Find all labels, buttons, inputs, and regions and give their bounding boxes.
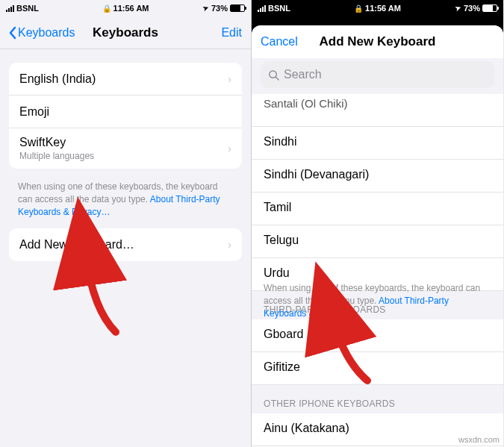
- content: English (India) › Emoji SwiftKey Multipl…: [0, 49, 251, 447]
- other-header: OTHER IPHONE KEYBOARDS: [252, 385, 503, 413]
- list-item[interactable]: Sindhi: [252, 127, 503, 160]
- row-label: Add New Keyboard…: [19, 238, 134, 251]
- list-item[interactable]: Sindhi (Devanagari): [252, 160, 503, 193]
- keyboard-list-scroll[interactable]: Santali (Ol Chiki) Sindhi Sindhi (Devana…: [252, 94, 503, 447]
- status-right: ➤ 73%: [165, 4, 245, 13]
- battery-pct: 73%: [211, 4, 228, 13]
- privacy-footer: When using one of these keyboards, the k…: [0, 175, 251, 221]
- keyboard-row-english[interactable]: English (India) ›: [9, 63, 242, 96]
- chevron-right-icon: ›: [228, 73, 231, 85]
- lock-icon: 🔒: [354, 4, 363, 13]
- status-center: 🔒 11:56 AM: [86, 4, 166, 13]
- carrier-label: BSNL: [16, 4, 39, 13]
- list-item-gifitize[interactable]: Gifitize: [252, 352, 503, 385]
- chevron-right-icon: ›: [228, 143, 231, 154]
- lock-icon: 🔒: [102, 4, 111, 13]
- status-bar: BSNL 🔒 11:56 AM ➤ 73%: [0, 0, 251, 16]
- row-sublabel: Multiple languages: [19, 151, 94, 161]
- add-keyboard-group: Add New Keyboard… ›: [9, 228, 242, 261]
- battery-icon: [230, 4, 245, 12]
- list-item[interactable]: Telugu: [252, 225, 503, 258]
- keyboard-row-emoji[interactable]: Emoji: [9, 96, 242, 128]
- back-label: Keyboards: [18, 26, 75, 40]
- watermark: wsxdn.com: [458, 435, 500, 444]
- time-label: 11:56 AM: [113, 4, 149, 13]
- modal-sheet: Cancel Add New Keyboard Search Santali (…: [252, 25, 503, 447]
- status-bar: BSNL 🔒 11:56 AM ➤ 73%: [252, 0, 503, 16]
- privacy-overlay-note: When using one of these keyboards, the k…: [252, 282, 503, 319]
- status-right: ➤ 73%: [417, 4, 497, 13]
- phone-keyboards-settings: BSNL 🔒 11:56 AM ➤ 73% Keyboards Keyboard…: [0, 0, 252, 447]
- list-third-party: Gboard Gifitize: [252, 319, 503, 385]
- list-item[interactable]: Tamil: [252, 193, 503, 225]
- time-label: 11:56 AM: [365, 4, 401, 13]
- signal-icon: [258, 5, 266, 12]
- svg-line-1: [276, 77, 279, 80]
- status-left: BSNL: [258, 4, 337, 13]
- carrier-label: BSNL: [268, 4, 290, 13]
- chevron-right-icon: ›: [228, 239, 231, 251]
- modal-nav: Cancel Add New Keyboard: [252, 25, 503, 58]
- location-icon: ➤: [454, 4, 462, 13]
- location-icon: ➤: [202, 4, 211, 13]
- keyboards-group: English (India) › Emoji SwiftKey Multipl…: [9, 63, 242, 169]
- list-partial-top: Santali (Ol Chiki): [252, 94, 503, 127]
- nav-bar: Keyboards Keyboards Edit: [0, 16, 251, 49]
- search-input[interactable]: Search: [261, 61, 494, 88]
- keyboard-row-swiftkey[interactable]: SwiftKey Multiple languages ›: [9, 128, 242, 169]
- edit-button[interactable]: Edit: [221, 26, 242, 40]
- row-label: English (India): [19, 72, 96, 85]
- search-icon: [268, 69, 279, 81]
- list-item[interactable]: Santali (Ol Chiki): [252, 94, 503, 127]
- status-center: 🔒 11:56 AM: [337, 4, 417, 13]
- list-item-gboard[interactable]: Gboard: [252, 319, 503, 352]
- row-label: Emoji: [19, 105, 49, 118]
- cancel-button[interactable]: Cancel: [261, 35, 298, 49]
- chevron-left-icon: [9, 26, 16, 40]
- battery-pct: 73%: [464, 4, 480, 13]
- row-label: SwiftKey: [19, 136, 66, 149]
- signal-icon: [6, 5, 14, 12]
- battery-icon: [482, 4, 497, 12]
- search-placeholder: Search: [284, 68, 322, 81]
- status-left: BSNL: [6, 4, 86, 13]
- list-suggested: Sindhi Sindhi (Devanagari) Tamil Telugu …: [252, 127, 503, 291]
- add-new-keyboard-button[interactable]: Add New Keyboard… ›: [9, 228, 242, 261]
- phone-add-keyboard: BSNL 🔒 11:56 AM ➤ 73% Cancel Add New Key…: [252, 0, 503, 447]
- back-button[interactable]: Keyboards: [9, 26, 75, 40]
